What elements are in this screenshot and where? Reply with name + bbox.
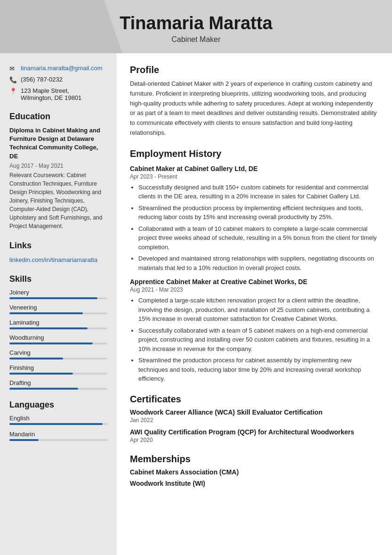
- main-content: Profile Detail-oriented Cabinet Maker wi…: [117, 53, 392, 555]
- certificate-entry: Woodwork Career Alliance (WCA) Skill Eva…: [130, 408, 379, 424]
- header: Tinamaria Maratta Cabinet Maker: [0, 0, 392, 53]
- skill-item: Woodturning: [9, 334, 107, 344]
- certificates-section-title: Certificates: [130, 394, 379, 405]
- address-text: 123 Maple Street, Wilmington, DE 19801: [21, 87, 81, 101]
- skill-bar-fill: [9, 312, 83, 314]
- skill-item: Drafting: [9, 379, 107, 390]
- skills-section-title: Skills: [9, 274, 107, 284]
- contact-address: 📍 123 Maple Street, Wilmington, DE 19801: [9, 87, 107, 101]
- cert-name: Woodwork Career Alliance (WCA) Skill Eva…: [130, 408, 379, 416]
- skill-bar-bg: [9, 297, 107, 299]
- phone-icon: 📞: [9, 76, 17, 83]
- certificates-section: Certificates Woodwork Career Alliance (W…: [130, 394, 379, 443]
- job-bullet: Successfully collaborated with a team of…: [138, 326, 379, 354]
- linkedin-link[interactable]: linkedin.com/in/tinamariamaratta: [9, 256, 97, 263]
- job-entry: Cabinet Maker at Cabinet Gallery Ltd, DE…: [130, 165, 379, 273]
- cert-date: Jan 2022: [130, 417, 379, 424]
- candidate-title: Cabinet Maker: [9, 35, 383, 44]
- skill-bar-bg: [9, 312, 107, 314]
- skill-bar-fill: [9, 358, 63, 359]
- skill-bar-fill: [9, 327, 88, 329]
- contact-email: ✉ tinamaria.maratta@gmail.com: [9, 65, 107, 72]
- job-title: Cabinet Maker at Cabinet Gallery Ltd, DE: [130, 165, 379, 172]
- skill-label: Veneering: [9, 304, 107, 311]
- job-bullet: Successfully designed and built 150+ cus…: [138, 183, 379, 201]
- skill-item: Joinery: [9, 289, 107, 299]
- resume-page: Tinamaria Maratta Cabinet Maker ✉ tinama…: [0, 0, 392, 555]
- skill-item: Veneering: [9, 304, 107, 314]
- body-container: ✉ tinamaria.maratta@gmail.com 📞 (356) 78…: [0, 53, 392, 555]
- certificates-list: Woodwork Career Alliance (WCA) Skill Eva…: [130, 408, 379, 443]
- job-dates: Aug 2021 - Mar 2023: [130, 286, 379, 293]
- skills-list: Joinery Veneering Laminating Woodturning…: [9, 289, 107, 390]
- phone-number: (356) 787-0232: [21, 76, 63, 83]
- links-section-title: Links: [9, 241, 107, 251]
- language-label: Mandarin: [9, 431, 107, 438]
- skill-bar-fill: [9, 343, 93, 344]
- language-item: English: [9, 415, 107, 425]
- employment-section-title: Employment History: [130, 148, 379, 159]
- skill-label: Laminating: [9, 319, 107, 326]
- email-icon: ✉: [9, 65, 17, 72]
- skill-item: Laminating: [9, 319, 107, 329]
- skill-label: Joinery: [9, 289, 107, 296]
- location-icon: 📍: [9, 88, 17, 95]
- language-bar-fill: [9, 423, 103, 425]
- links-section: Links linkedin.com/in/tinamariamaratta: [9, 241, 107, 264]
- job-bullet: Completed a large-scale kitchen renovati…: [138, 296, 379, 324]
- skills-section: Skills Joinery Veneering Laminating Wood…: [9, 274, 107, 390]
- language-item: Mandarin: [9, 431, 107, 441]
- job-bullets: Completed a large-scale kitchen renovati…: [130, 296, 379, 384]
- memberships-section: Memberships Cabinet Makers Association (…: [130, 454, 379, 487]
- skill-item: Finishing: [9, 364, 107, 375]
- skill-bar-bg: [9, 388, 107, 390]
- languages-section: Languages English Mandarin: [9, 400, 107, 441]
- membership-item: Cabinet Makers Association (CMA): [130, 468, 379, 476]
- memberships-section-title: Memberships: [130, 454, 379, 465]
- cert-name: AWI Quality Certification Program (QCP) …: [130, 428, 379, 436]
- contact-phone: 📞 (356) 787-0232: [9, 76, 107, 83]
- education-dates: Aug 2017 - May 2021: [9, 163, 107, 169]
- profile-section: Profile Detail-oriented Cabinet Maker wi…: [130, 65, 379, 138]
- skill-label: Woodturning: [9, 334, 107, 341]
- profile-text: Detail-oriented Cabinet Maker with 2 yea…: [130, 79, 379, 138]
- job-bullet: Streamlined the production process for c…: [138, 356, 379, 384]
- language-bar-bg: [9, 439, 107, 441]
- employment-list: Cabinet Maker at Cabinet Gallery Ltd, DE…: [130, 165, 379, 384]
- education-section-title: Education: [9, 112, 107, 122]
- skill-bar-bg: [9, 327, 107, 329]
- job-dates: Apr 2023 - Present: [130, 173, 379, 180]
- education-degree: Diploma in Cabinet Making and Furniture …: [9, 126, 107, 161]
- employment-section: Employment History Cabinet Maker at Cabi…: [130, 148, 379, 384]
- skill-label: Finishing: [9, 364, 107, 371]
- languages-section-title: Languages: [9, 400, 107, 410]
- certificate-entry: AWI Quality Certification Program (QCP) …: [130, 428, 379, 443]
- profile-section-title: Profile: [130, 65, 379, 75]
- education-coursework: Relevant Coursework: Cabinet Constructio…: [9, 171, 107, 230]
- job-bullets: Successfully designed and built 150+ cus…: [130, 183, 379, 273]
- skill-bar-fill: [9, 297, 97, 299]
- membership-item: Woodwork Institute (WI): [130, 480, 379, 487]
- memberships-list: Cabinet Makers Association (CMA)Woodwork…: [130, 468, 379, 487]
- skill-bar-bg: [9, 343, 107, 344]
- candidate-name: Tinamaria Maratta: [9, 13, 383, 33]
- skill-bar-bg: [9, 358, 107, 359]
- sidebar: ✉ tinamaria.maratta@gmail.com 📞 (356) 78…: [0, 53, 117, 555]
- email-link[interactable]: tinamaria.maratta@gmail.com: [21, 65, 103, 72]
- job-title: Apprentice Cabinet Maker at Creative Cab…: [130, 278, 379, 286]
- skill-label: Carving: [9, 349, 107, 356]
- skill-bar-bg: [9, 373, 107, 375]
- job-bullet: Streamlined the production process by im…: [138, 204, 379, 222]
- skill-bar-fill: [9, 388, 78, 390]
- education-section: Education Diploma in Cabinet Making and …: [9, 112, 107, 230]
- skill-label: Drafting: [9, 379, 107, 386]
- skill-bar-fill: [9, 373, 73, 375]
- language-label: English: [9, 415, 107, 422]
- language-bar-bg: [9, 423, 107, 425]
- skill-item: Carving: [9, 349, 107, 359]
- job-entry: Apprentice Cabinet Maker at Creative Cab…: [130, 278, 379, 384]
- languages-list: English Mandarin: [9, 415, 107, 441]
- job-bullet: Developed and maintained strong relation…: [138, 254, 379, 272]
- cert-date: Apr 2020: [130, 437, 379, 443]
- job-bullet: Collaborated with a team of 10 cabinet m…: [138, 224, 379, 252]
